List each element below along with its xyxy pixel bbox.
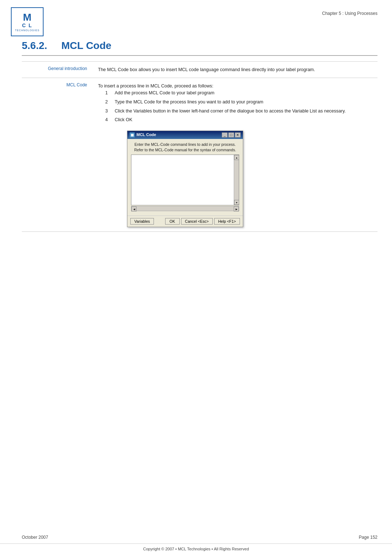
footer-copyright: Copyright © 2007 • MCL Technologies • Al… bbox=[0, 543, 392, 554]
table-row: MCL Code To insert a process line in MCL… bbox=[22, 78, 377, 232]
footer-page: Page 152 bbox=[359, 535, 377, 540]
chapter-label: Chapter 5 : Using Processes bbox=[322, 11, 377, 16]
dialog-title: MCL Code bbox=[136, 132, 156, 138]
cancel-button[interactable]: Cancel <Esc> bbox=[181, 218, 213, 225]
row1-content: The MCL Code box allows you to insert MC… bbox=[94, 62, 377, 78]
dialog-screenshot: ▦ MCL Code _ □ ✕ bbox=[127, 131, 243, 227]
scroll-down-arrow[interactable]: ▼ bbox=[234, 200, 239, 205]
row2-intro: To insert a process line in MCL Code, pr… bbox=[98, 82, 374, 90]
logo-m: M bbox=[23, 12, 31, 22]
list-item: 3 Click the Variables button in the lowe… bbox=[105, 108, 374, 115]
dialog-textarea[interactable] bbox=[131, 155, 234, 205]
scroll-left-arrow[interactable]: ◀ bbox=[131, 206, 136, 212]
scroll-h-track bbox=[136, 206, 234, 211]
minimize-button[interactable]: _ bbox=[222, 132, 228, 138]
footer-page-line: October 2007 Page 152 bbox=[0, 533, 392, 543]
dialog-body: Enter the MCL-Code command lines to add … bbox=[127, 139, 243, 216]
row2-label: MCL Code bbox=[22, 78, 94, 232]
table-row: General introduction The MCL Code box al… bbox=[22, 62, 377, 78]
watermark-text: www.mcl-collection.com bbox=[390, 178, 392, 296]
dialog-textarea-wrapper: ▲ ▼ bbox=[131, 155, 239, 205]
footer-date: October 2007 bbox=[22, 535, 48, 540]
row1-label: General introduction bbox=[22, 62, 94, 78]
close-button[interactable]: ✕ bbox=[235, 132, 241, 138]
section-title: 5.6.2. MCL Code bbox=[22, 40, 377, 56]
dialog-description: Enter the MCL-Code command lines to add … bbox=[131, 142, 239, 152]
maximize-button[interactable]: □ bbox=[228, 132, 234, 138]
page-footer: October 2007 Page 152 Copyright © 2007 •… bbox=[0, 533, 392, 554]
list-item: 1 Add the process MCL Code to your label… bbox=[105, 90, 374, 97]
main-content: 5.6.2. MCL Code General introduction The… bbox=[0, 40, 392, 232]
variables-button[interactable]: Variables bbox=[130, 218, 154, 225]
section-number: 5.6.2. bbox=[22, 40, 47, 51]
row2-content: To insert a process line in MCL Code, pr… bbox=[94, 78, 377, 232]
dialog-window: ▦ MCL Code _ □ ✕ bbox=[127, 131, 243, 227]
horizontal-scrollbar[interactable]: ◀ ▶ bbox=[131, 206, 239, 211]
dialog-icon: ▦ bbox=[130, 132, 135, 138]
list-item: 2 Type the MCL Code for the process line… bbox=[105, 99, 374, 106]
vertical-scrollbar[interactable]: ▲ ▼ bbox=[234, 155, 239, 205]
dialog-footer: Variables OK Cancel <Esc> Help <F1> bbox=[127, 216, 243, 227]
logo-tech: TECHNOLOGIES bbox=[15, 29, 40, 32]
scroll-up-arrow[interactable]: ▲ bbox=[234, 155, 239, 160]
steps-list: 1 Add the process MCL Code to your label… bbox=[105, 90, 374, 123]
page-header: M C L TECHNOLOGIES Chapter 5 : Using Pro… bbox=[0, 0, 392, 40]
content-table: General introduction The MCL Code box al… bbox=[22, 61, 377, 232]
scroll-track bbox=[234, 160, 239, 200]
logo-c: C L bbox=[22, 22, 33, 28]
help-button[interactable]: Help <F1> bbox=[214, 218, 240, 225]
list-item: 4 Click OK bbox=[105, 116, 374, 123]
dialog-titlebar: ▦ MCL Code _ □ ✕ bbox=[127, 131, 243, 139]
section-name: MCL Code bbox=[61, 40, 111, 51]
scroll-right-arrow[interactable]: ▶ bbox=[234, 206, 239, 212]
ok-button[interactable]: OK bbox=[165, 218, 180, 225]
logo: M C L TECHNOLOGIES bbox=[11, 7, 44, 36]
